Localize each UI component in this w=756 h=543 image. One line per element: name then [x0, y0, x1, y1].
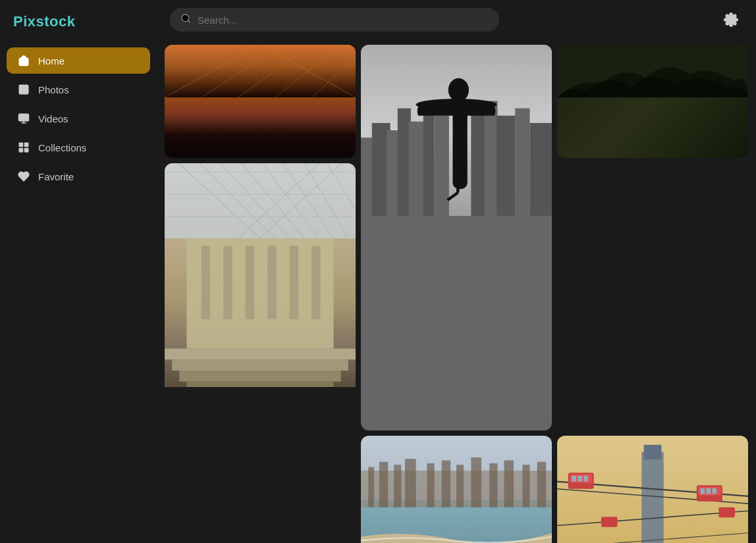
sidebar: Pixstock Home Photos [0, 0, 157, 543]
svg-rect-66 [379, 462, 388, 507]
svg-rect-98 [712, 488, 716, 494]
svg-rect-65 [368, 467, 374, 507]
svg-rect-68 [405, 459, 416, 507]
svg-rect-37 [165, 163, 356, 238]
sidebar-item-home-label: Home [38, 55, 65, 66]
svg-rect-28 [497, 116, 515, 216]
sidebar-item-photos[interactable]: Photos [7, 76, 150, 103]
sidebar-item-favorite-label: Favorite [38, 171, 74, 182]
svg-rect-76 [537, 462, 546, 507]
photo-item[interactable] [557, 436, 748, 543]
svg-rect-7 [25, 149, 28, 152]
svg-rect-11 [165, 45, 356, 97]
svg-point-1 [21, 87, 22, 88]
svg-rect-93 [583, 476, 588, 482]
sidebar-item-videos[interactable]: Videos [7, 105, 150, 132]
svg-rect-71 [456, 465, 464, 507]
svg-rect-53 [223, 246, 232, 319]
search-container [170, 8, 499, 32]
sidebar-item-collections-label: Collections [38, 142, 86, 153]
photo-item[interactable] [361, 45, 552, 430]
sidebar-item-photos-label: Photos [38, 84, 69, 95]
svg-rect-4 [19, 143, 22, 146]
svg-rect-55 [267, 246, 276, 319]
svg-rect-25 [435, 116, 449, 216]
svg-rect-6 [19, 149, 22, 152]
search-input[interactable] [198, 14, 489, 26]
svg-rect-61 [186, 382, 333, 387]
svg-rect-58 [165, 349, 356, 360]
svg-rect-75 [522, 465, 529, 507]
svg-rect-52 [202, 246, 210, 319]
sidebar-item-home[interactable]: Home [7, 47, 150, 74]
photo-item[interactable] [165, 45, 356, 158]
svg-rect-72 [471, 457, 481, 507]
app-logo: Pixstock [0, 11, 157, 46]
favorite-icon [17, 170, 30, 183]
home-icon [17, 54, 30, 67]
svg-rect-56 [290, 246, 298, 319]
svg-rect-24 [423, 101, 435, 216]
settings-button[interactable] [719, 8, 743, 32]
svg-rect-57 [311, 246, 320, 319]
sidebar-item-favorite[interactable]: Favorite [7, 163, 150, 190]
svg-rect-5 [25, 143, 28, 146]
svg-rect-69 [427, 463, 434, 507]
main-content [157, 0, 756, 543]
photo-item[interactable] [361, 436, 552, 543]
videos-icon [17, 112, 30, 125]
sidebar-item-videos-label: Videos [38, 113, 68, 124]
photos-icon [17, 83, 30, 96]
svg-rect-67 [394, 465, 401, 507]
svg-rect-96 [701, 488, 705, 494]
svg-rect-92 [578, 476, 582, 482]
svg-rect-30 [530, 123, 552, 216]
svg-rect-84 [644, 445, 662, 459]
svg-rect-83 [641, 452, 663, 543]
header [157, 0, 756, 39]
photo-item[interactable] [557, 45, 748, 158]
svg-rect-97 [706, 488, 711, 494]
svg-rect-59 [172, 359, 348, 371]
svg-point-32 [448, 78, 469, 102]
collections-icon [17, 141, 30, 154]
svg-rect-99 [601, 517, 618, 527]
svg-rect-70 [442, 460, 450, 507]
svg-rect-73 [489, 463, 497, 507]
photo-item[interactable] [165, 163, 356, 543]
svg-rect-91 [572, 476, 576, 482]
svg-rect-74 [504, 460, 514, 507]
sidebar-item-collections[interactable]: Collections [7, 134, 150, 161]
svg-rect-29 [515, 109, 529, 216]
svg-rect-27 [484, 101, 497, 216]
svg-line-9 [188, 20, 190, 22]
svg-rect-2 [19, 114, 29, 121]
svg-rect-100 [718, 507, 735, 518]
svg-rect-54 [246, 246, 254, 319]
svg-rect-60 [179, 371, 340, 382]
svg-rect-23 [409, 122, 425, 216]
gallery [157, 39, 756, 543]
search-icon [180, 13, 191, 26]
photo-grid [165, 45, 748, 543]
